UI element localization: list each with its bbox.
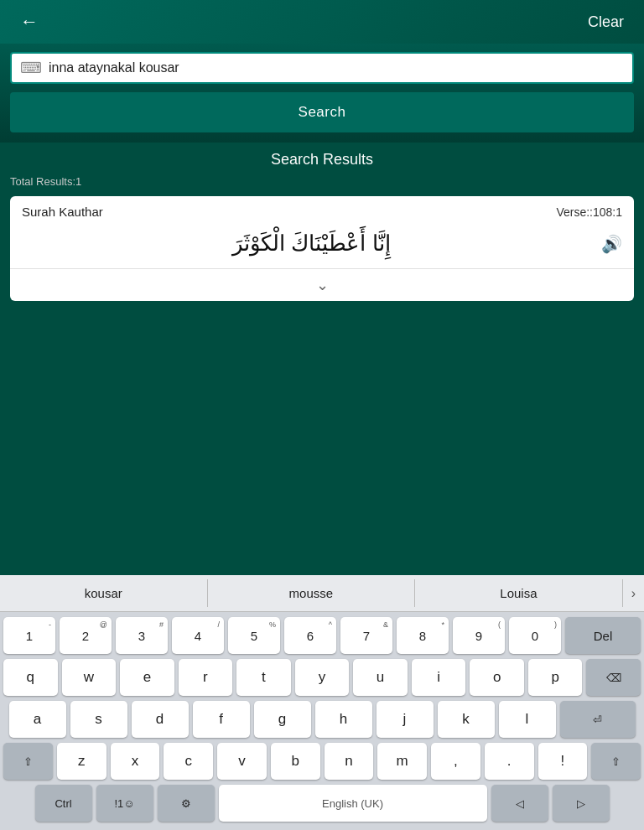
number-row: 1- 2@ 3# 4/ 5% 6^ 7& 8* 9( 0) Del xyxy=(3,617,641,654)
key-j[interactable]: j xyxy=(377,701,434,738)
key-x[interactable]: x xyxy=(111,743,160,780)
key-v[interactable]: v xyxy=(217,743,267,780)
key-l[interactable]: l xyxy=(499,701,556,738)
space-key[interactable]: English (UK) xyxy=(219,785,487,822)
zxcv-row: ⇧ z x c v b n m , . ! ⇧ xyxy=(3,743,641,780)
expand-row[interactable]: ⌄ xyxy=(10,269,634,301)
key-7[interactable]: 7& xyxy=(340,617,392,654)
key-0[interactable]: 0) xyxy=(509,617,561,654)
verse-ref: Verse::108:1 xyxy=(556,205,622,219)
search-input[interactable] xyxy=(49,60,624,75)
back-button[interactable]: ← xyxy=(13,4,45,39)
key-o[interactable]: o xyxy=(470,659,524,696)
key-6[interactable]: 6^ xyxy=(284,617,336,654)
key-e[interactable]: e xyxy=(120,659,174,696)
search-input-container: ⌨ xyxy=(10,52,634,84)
qwerty-row: q w e r t y u i o p ⌫ xyxy=(3,659,641,696)
key-q[interactable]: q xyxy=(3,659,58,696)
autocomplete-bar: kousar mousse Louisa › xyxy=(0,575,644,612)
enter-key[interactable]: ⏎ xyxy=(560,701,636,738)
backspace-key[interactable]: ⌫ xyxy=(586,659,641,696)
key-c[interactable]: c xyxy=(164,743,213,780)
autocomplete-word-1[interactable]: kousar xyxy=(0,579,208,607)
key-1[interactable]: 1- xyxy=(3,617,55,654)
key-p[interactable]: p xyxy=(528,659,583,696)
search-button[interactable]: Search xyxy=(10,92,634,132)
key-m[interactable]: m xyxy=(377,743,427,780)
key-n[interactable]: n xyxy=(325,743,374,780)
key-comma[interactable]: , xyxy=(431,743,480,780)
bottom-row: Ctrl !1☺ ⚙ English (UK) ◁ ▷ xyxy=(3,785,641,822)
keyboard-icon: ⌨ xyxy=(20,59,42,77)
shift-left-key[interactable]: ⇧ xyxy=(3,743,53,780)
total-results: Total Results:1 xyxy=(10,175,634,188)
key-i[interactable]: i xyxy=(412,659,466,696)
key-r[interactable]: r xyxy=(179,659,233,696)
result-card-header: Surah Kauthar Verse::108:1 xyxy=(10,196,634,227)
keyboard-area: kousar mousse Louisa › 1- 2@ 3# 4/ 5% 6^… xyxy=(0,575,644,830)
search-area: ⌨ Search xyxy=(0,44,644,143)
arabic-row: إِنَّا أَعْطَيْنَاكَ الْكَوْثَرَ 🔊 xyxy=(10,227,634,269)
key-d[interactable]: d xyxy=(132,701,189,738)
key-w[interactable]: w xyxy=(62,659,117,696)
autocomplete-more-icon[interactable]: › xyxy=(623,586,644,601)
emoji-key[interactable]: !1☺ xyxy=(96,785,153,822)
back-arrow-key[interactable]: ◁ xyxy=(491,785,548,822)
clear-button[interactable]: Clear xyxy=(581,7,631,38)
autocomplete-word-3[interactable]: Louisa xyxy=(415,579,623,607)
key-3[interactable]: 3# xyxy=(116,617,168,654)
chevron-down-icon: ⌄ xyxy=(316,276,329,294)
shift-right-key[interactable]: ⇧ xyxy=(591,743,641,780)
settings-key[interactable]: ⚙ xyxy=(158,785,215,822)
key-u[interactable]: u xyxy=(353,659,408,696)
key-2[interactable]: 2@ xyxy=(60,617,112,654)
autocomplete-word-2[interactable]: mousse xyxy=(208,579,416,607)
speaker-icon[interactable]: 🔊 xyxy=(601,234,622,254)
key-8[interactable]: 8* xyxy=(397,617,449,654)
key-g[interactable]: g xyxy=(254,701,311,738)
key-4[interactable]: 4/ xyxy=(172,617,224,654)
top-bar: ← Clear xyxy=(0,0,644,44)
key-5[interactable]: 5% xyxy=(228,617,280,654)
key-a[interactable]: a xyxy=(9,701,66,738)
key-z[interactable]: z xyxy=(57,743,106,780)
keyboard-rows: 1- 2@ 3# 4/ 5% 6^ 7& 8* 9( 0) Del q w e … xyxy=(0,612,644,830)
key-s[interactable]: s xyxy=(70,701,127,738)
key-k[interactable]: k xyxy=(438,701,495,738)
key-t[interactable]: t xyxy=(236,659,291,696)
key-f[interactable]: f xyxy=(193,701,250,738)
key-h[interactable]: h xyxy=(315,701,372,738)
results-area: Search Results Total Results:1 Surah Kau… xyxy=(0,143,644,575)
delete-key[interactable]: Del xyxy=(565,617,641,654)
key-exclaim[interactable]: ! xyxy=(538,743,588,780)
result-card: Surah Kauthar Verse::108:1 إِنَّا أَعْطَ… xyxy=(10,196,634,301)
results-title: Search Results xyxy=(10,151,634,169)
forward-arrow-key[interactable]: ▷ xyxy=(553,785,610,822)
key-b[interactable]: b xyxy=(271,743,320,780)
key-y[interactable]: y xyxy=(295,659,350,696)
surah-name: Surah Kauthar xyxy=(22,205,103,219)
ctrl-key[interactable]: Ctrl xyxy=(35,785,92,822)
key-period[interactable]: . xyxy=(485,743,534,780)
arabic-text: إِنَّا أَعْطَيْنَاكَ الْكَوْثَرَ xyxy=(22,231,601,257)
key-9[interactable]: 9( xyxy=(453,617,505,654)
asdf-row: a s d f g h j k l ⏎ xyxy=(3,701,641,738)
